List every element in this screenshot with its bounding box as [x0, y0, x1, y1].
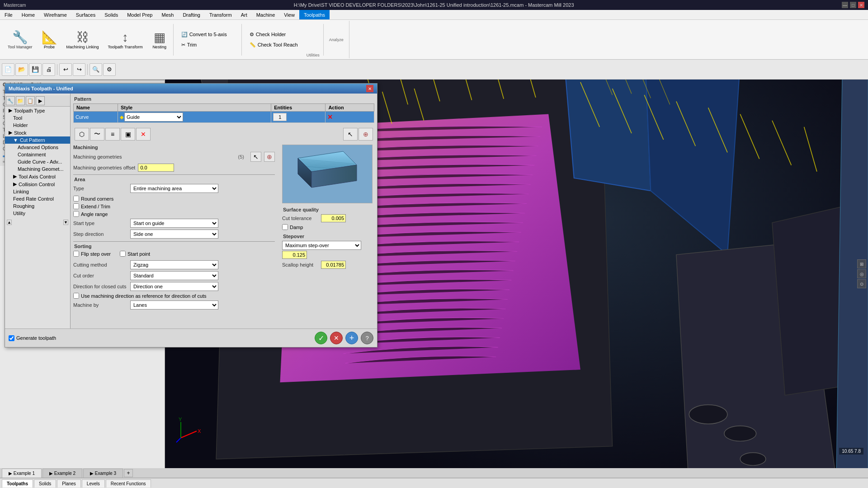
tree-machining-geom[interactable]: Machining Geomet... — [5, 165, 70, 173]
bottom-tab-levels[interactable]: Levels — [82, 479, 105, 488]
pattern-btn-select[interactable]: ↖ — [343, 128, 358, 141]
machining-geom-offset-input[interactable] — [138, 164, 174, 172]
example-tab-3[interactable]: ▶ Example 3 — [83, 469, 123, 478]
pattern-entities-input[interactable] — [273, 113, 287, 121]
ribbon-check-tool-reach[interactable]: 📏 Check Tool Reach — [246, 40, 301, 50]
tree-roughing[interactable]: Roughing — [5, 202, 70, 210]
menu-drafting[interactable]: Drafting — [178, 10, 205, 19]
direction-closed-select[interactable]: Direction one — [130, 282, 218, 291]
tree-utility[interactable]: Utility — [5, 210, 70, 217]
scallop-height-input[interactable] — [321, 261, 346, 269]
use-machining-direction-cb[interactable] — [73, 293, 79, 299]
toolbar-btn-7[interactable]: 🔍 — [90, 63, 102, 76]
start-point-cb[interactable] — [120, 251, 126, 257]
example-tab-2[interactable]: ▶ Example 2 — [42, 469, 82, 478]
tree-collision-control[interactable]: ▶ Collision Control — [5, 180, 70, 188]
tree-scroll-up[interactable]: ▲ — [7, 220, 12, 225]
tree-icon-1[interactable]: 🔧 — [6, 96, 15, 105]
ribbon-check-holder[interactable]: ⚙ Check Holder — [246, 30, 301, 39]
bottom-tab-solids[interactable]: Solids — [34, 479, 56, 488]
tree-tool-axis-control[interactable]: ▶ Tool Axis Control — [5, 173, 70, 180]
menu-mesh[interactable]: Mesh — [157, 10, 178, 19]
tree-scroll-down[interactable]: ▼ — [63, 220, 68, 225]
tree-cut-pattern[interactable]: ▼ Cut Pattern — [5, 136, 70, 144]
pattern-btn-parallel[interactable]: ≡ — [105, 128, 120, 141]
nav-btn-2[interactable]: ◎ — [857, 269, 866, 278]
menu-transform[interactable]: Transform — [205, 10, 236, 19]
ribbon-machining-linking[interactable]: ⛓ Machining Linking — [62, 28, 103, 52]
pattern-style-select[interactable]: Guide — [124, 113, 183, 122]
menu-toolpaths[interactable]: Toolpaths — [299, 10, 330, 19]
flip-step-over-cb[interactable] — [73, 251, 79, 257]
menu-surfaces[interactable]: Surfaces — [71, 10, 100, 19]
ribbon-nesting[interactable]: ▦ Nesting — [148, 28, 171, 52]
ribbon-probe[interactable]: 📐 Probe — [38, 28, 61, 52]
toolbar-btn-1[interactable]: 📄 — [2, 63, 14, 76]
tree-toolpath-type[interactable]: ▶ Toolpath Type — [5, 107, 70, 114]
menu-art[interactable]: Art — [236, 10, 252, 19]
ok-button[interactable]: ✓ — [315, 332, 327, 344]
cut-tolerance-input[interactable] — [321, 214, 346, 222]
toolbar-btn-8[interactable]: ⚙ — [103, 63, 116, 76]
cutting-method-select[interactable]: Zigzag — [130, 260, 218, 269]
damp-cb[interactable] — [282, 224, 288, 230]
example-tab-1[interactable]: ▶ Example 1 — [2, 469, 42, 478]
nav-btn-3[interactable]: ⊙ — [857, 279, 866, 288]
menu-wireframe[interactable]: Wireframe — [39, 10, 71, 19]
dialog-close-button[interactable]: ✕ — [366, 85, 373, 92]
generate-toolpath-cb[interactable] — [9, 335, 14, 341]
ribbon-trim[interactable]: ✂ Trim — [178, 40, 237, 50]
menu-file[interactable]: File — [0, 10, 17, 19]
toolbar-btn-6[interactable]: ↪ — [73, 63, 85, 76]
pattern-btn-curve[interactable]: 〜 — [90, 128, 104, 141]
tree-guide-curve[interactable]: Guide Curve - Adv... — [5, 158, 70, 165]
toolbar-btn-3[interactable]: 💾 — [29, 63, 42, 76]
machining-geom-add-btn[interactable]: ⊕ — [264, 152, 275, 162]
pattern-delete-button[interactable]: ✕ — [327, 113, 333, 121]
toolbar-btn-2[interactable]: 📂 — [15, 63, 28, 76]
nav-btn-1[interactable]: ⊞ — [857, 259, 866, 268]
menu-machine[interactable]: Machine — [252, 10, 280, 19]
minimize-button[interactable]: — — [842, 2, 848, 8]
tree-advanced-options[interactable]: Advanced Options — [5, 144, 70, 151]
pattern-btn-add-geom[interactable]: ⊕ — [359, 128, 373, 141]
menu-modelprep[interactable]: Model Prep — [123, 10, 157, 19]
tree-linking[interactable]: Linking — [5, 188, 70, 195]
bottom-tab-toolpaths[interactable]: Toolpaths — [2, 479, 33, 488]
step-direction-select[interactable]: Side one — [130, 230, 218, 239]
pattern-row-1[interactable]: Curve ◆ Guide — [74, 112, 374, 123]
start-type-select[interactable]: Start on guide — [130, 219, 218, 228]
bottom-tab-recent-functions[interactable]: Recent Functions — [106, 479, 151, 488]
menu-solids[interactable]: Solids — [100, 10, 123, 19]
area-type-select[interactable]: Entire machining area — [130, 184, 218, 193]
add-button[interactable]: + — [345, 332, 358, 344]
tree-containment[interactable]: Containment — [5, 151, 70, 158]
tree-icon-3[interactable]: 📋 — [26, 96, 35, 105]
bottom-tab-planes[interactable]: Planes — [57, 479, 81, 488]
help-button[interactable]: ? — [361, 332, 373, 344]
menu-view[interactable]: View — [279, 10, 299, 19]
maximize-button[interactable]: □ — [850, 2, 856, 8]
cancel-button[interactable]: ✕ — [330, 332, 343, 344]
round-corners-cb[interactable] — [73, 196, 79, 202]
pattern-btn-3d[interactable]: ▣ — [121, 128, 135, 141]
menu-home[interactable]: Home — [17, 10, 39, 19]
ribbon-tool-manager[interactable]: 🔧 Tool Manager — [4, 28, 37, 52]
tree-feed-rate[interactable]: Feed Rate Control — [5, 195, 70, 202]
cut-order-select[interactable]: Standard — [130, 271, 218, 280]
tree-tool[interactable]: Tool — [5, 114, 70, 122]
pattern-btn-face[interactable]: ⬡ — [75, 128, 89, 141]
extend-trim-cb[interactable] — [73, 203, 79, 209]
machine-by-select[interactable]: Lanes — [130, 300, 218, 310]
machining-geom-select-btn[interactable]: ↖ — [250, 152, 261, 162]
example-tab-add-button[interactable]: + — [124, 469, 133, 477]
angle-range-cb[interactable] — [73, 211, 79, 217]
ribbon-convert-5axis[interactable]: 🔄 Convert to 5-axis — [178, 30, 237, 39]
tree-icon-2[interactable]: 📁 — [16, 96, 25, 105]
ribbon-toolpath-transform[interactable]: ↕ Toolpath Transform — [104, 28, 147, 52]
tree-icon-4[interactable]: ▶ — [36, 96, 45, 105]
pattern-btn-delete[interactable]: ✕ — [136, 128, 151, 141]
toolbar-btn-5[interactable]: ↩ — [59, 63, 72, 76]
stepover-type-select[interactable]: Maximum step-over — [282, 241, 361, 250]
close-button[interactable]: ✕ — [858, 2, 864, 8]
